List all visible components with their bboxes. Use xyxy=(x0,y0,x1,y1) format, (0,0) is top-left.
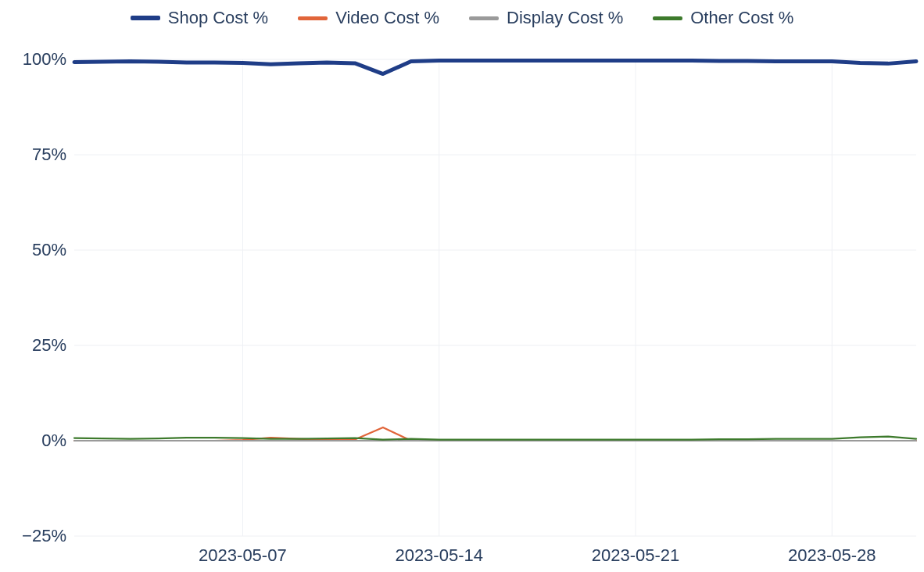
legend: Shop Cost % Video Cost % Display Cost % … xyxy=(0,8,924,28)
y-tick-label: −25% xyxy=(0,526,66,546)
legend-swatch xyxy=(298,16,328,20)
legend-item-display-cost[interactable]: Display Cost % xyxy=(469,8,623,28)
x-tick-label: 2023-05-07 xyxy=(199,545,287,566)
legend-swatch xyxy=(131,16,160,20)
line-chart: Shop Cost % Video Cost % Display Cost % … xyxy=(0,0,924,572)
legend-label: Shop Cost % xyxy=(168,8,268,28)
plot-area[interactable] xyxy=(74,59,916,536)
x-tick-label: 2023-05-21 xyxy=(592,545,680,566)
legend-item-video-cost[interactable]: Video Cost % xyxy=(298,8,439,28)
legend-swatch xyxy=(469,16,499,20)
plot-svg xyxy=(74,59,916,536)
y-tick-label: 75% xyxy=(0,145,66,165)
x-tick-label: 2023-05-28 xyxy=(788,545,876,566)
legend-item-shop-cost[interactable]: Shop Cost % xyxy=(131,8,268,28)
x-tick-label: 2023-05-14 xyxy=(395,545,483,566)
legend-label: Video Cost % xyxy=(335,8,439,28)
y-tick-label: 100% xyxy=(0,49,66,70)
legend-label: Display Cost % xyxy=(507,8,623,28)
y-tick-label: 25% xyxy=(0,335,66,356)
legend-swatch xyxy=(653,16,682,20)
legend-item-other-cost[interactable]: Other Cost % xyxy=(653,8,793,28)
legend-label: Other Cost % xyxy=(690,8,793,28)
y-tick-label: 50% xyxy=(0,240,66,260)
y-tick-label: 0% xyxy=(0,431,66,451)
